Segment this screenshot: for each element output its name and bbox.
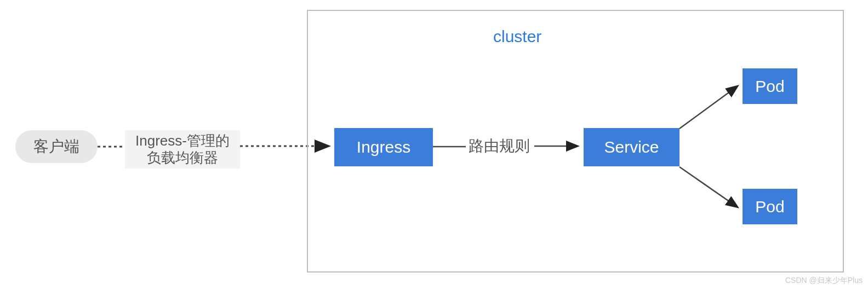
ingress-label: Ingress xyxy=(357,138,410,156)
arrow-route-to-service xyxy=(534,140,584,156)
pod1-label: Pod xyxy=(755,77,784,96)
route-rule-label: 路由规则 xyxy=(469,136,530,156)
load-balancer-label: Ingress-管理的 负载均衡器 xyxy=(125,130,240,169)
ingress-node: Ingress xyxy=(334,128,433,166)
client-node: 客户端 xyxy=(15,130,98,163)
arrow-client-to-lb xyxy=(98,142,125,153)
lb-line1: Ingress-管理的 负载均衡器 xyxy=(125,132,240,166)
cluster-label: cluster xyxy=(493,27,541,46)
pod-node-2: Pod xyxy=(743,189,797,224)
arrow-service-to-pod1 xyxy=(679,82,745,131)
service-node: Service xyxy=(584,128,679,166)
client-label: 客户端 xyxy=(33,136,79,157)
pod2-label: Pod xyxy=(755,198,784,216)
arrow-service-to-pod2 xyxy=(679,164,745,213)
svg-line-7 xyxy=(679,86,737,129)
watermark: CSDN @归来少年Plus xyxy=(785,276,863,286)
svg-line-9 xyxy=(679,167,737,207)
pod-node-1: Pod xyxy=(743,68,797,104)
service-label: Service xyxy=(604,138,659,156)
line-ingress-to-label xyxy=(433,142,469,153)
